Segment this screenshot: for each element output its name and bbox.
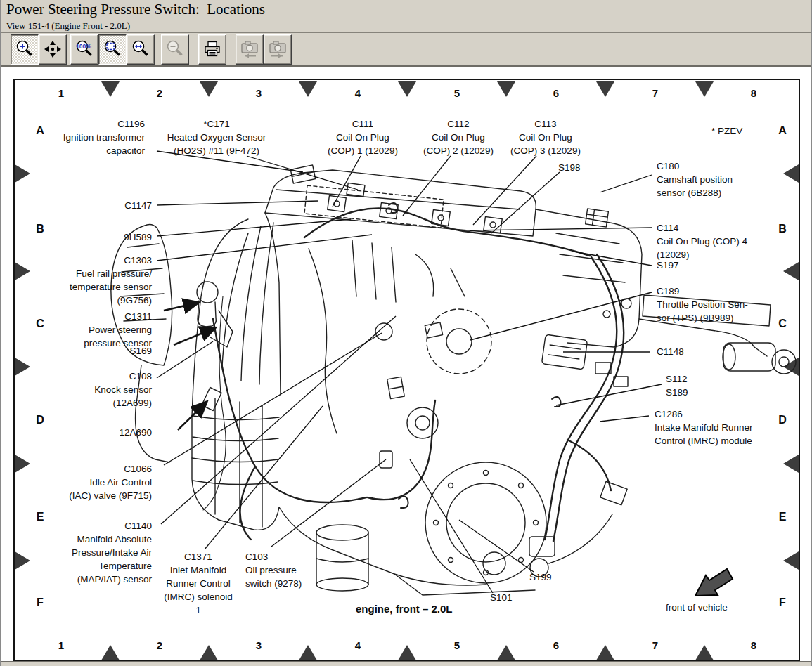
label-c180: C180 Camshaft position sensor (6B288) (657, 159, 733, 200)
diagram-canvas[interactable]: 1 2 3 4 5 6 7 8 1 2 3 4 5 6 7 8 A B C D … (1, 65, 812, 661)
grid-col-bottom-1: 1 (51, 639, 72, 651)
grid-col-bottom-7: 7 (645, 639, 666, 651)
header: Power Steering Pressure Switch: Location… (1, 0, 811, 32)
zoom-width-icon (131, 39, 150, 59)
grid-col-top-5: 5 (446, 87, 468, 99)
zoom-in-icon (15, 39, 34, 59)
page-title: Power Steering Pressure Switch: Location… (6, 1, 265, 18)
label-c1147: C1147 (124, 199, 152, 212)
print-icon (202, 39, 222, 59)
grid-col-bottom-5: 5 (446, 639, 468, 651)
zoom-100-icon: 100% (75, 39, 94, 59)
camera-previous-icon (239, 39, 260, 60)
next-view-button[interactable] (264, 34, 292, 65)
label-c1196: C1196 Ignition transformer capacitor (63, 117, 145, 157)
grid-row-left-f: F (32, 596, 49, 609)
grid-row-right-f: F (774, 596, 791, 609)
grid-col-bottom-6: 6 (546, 639, 567, 651)
grid-col-top-3: 3 (248, 87, 269, 99)
grid-row-right-e: E (774, 511, 791, 523)
grid-col-bottom-8: 8 (743, 639, 764, 651)
grid-col-top-6: 6 (546, 87, 567, 99)
label-c112: C112 Coil On Plug (COP) 2 (12029) (414, 117, 503, 157)
grid-row-left-e: E (32, 511, 49, 523)
grid-row-left-c: C (32, 318, 49, 330)
view-subtitle: View 151-4 (Engine Front - 2.0L) (6, 20, 130, 32)
label-c114: C114 Coil On Plug (COP) 4 (12029) (657, 221, 747, 261)
label-s169: S169 (129, 344, 152, 358)
grid-col-top-7: 7 (645, 87, 666, 99)
label-c171: *C171 Heated Oxygen Sensor (HO2S) #11 (9… (158, 117, 275, 157)
front-of-vehicle-arrow (695, 569, 733, 596)
toolbar: 100% (1, 32, 811, 65)
grid-col-bottom-2: 2 (149, 639, 170, 651)
grid-row-left-a: A (32, 124, 49, 137)
zoom-100-button[interactable]: 100% (70, 34, 98, 65)
grid-col-top-2: 2 (149, 87, 170, 99)
label-9h589: 9H589 (124, 230, 152, 244)
app-window: Power Steering Pressure Switch: Location… (0, 0, 812, 666)
grid-row-right-a: A (774, 124, 791, 137)
label-s198: S198 (558, 161, 581, 174)
zoom-out-icon (165, 39, 185, 59)
camera-next-icon (267, 39, 288, 60)
previous-view-button[interactable] (236, 34, 264, 65)
label-pzev-note: * PZEV (711, 124, 742, 138)
label-s199: S199 (529, 570, 552, 584)
label-c1286: C1286 Intake Manifold Runner Control (IM… (655, 407, 753, 448)
zoom-fit-button[interactable] (98, 34, 127, 65)
grid-col-bottom-4: 4 (347, 639, 368, 651)
grid-col-top-1: 1 (51, 87, 72, 99)
label-s197: S197 (657, 259, 679, 272)
label-s112-s189: S112 S189 (666, 372, 688, 399)
label-c103: C103 Oil pressure switch (9278) (245, 550, 302, 590)
grid-row-left-d: D (32, 414, 49, 426)
label-c113: C113 Coil On Plug (COP) 3 (12029) (501, 117, 590, 157)
svg-text:100%: 100% (76, 43, 91, 50)
label-c1066: C1066 Idle Air Control (IAC) valve (9F71… (69, 462, 152, 502)
zoom-width-button[interactable] (127, 34, 155, 65)
grid-col-bottom-3: 3 (248, 639, 269, 651)
pan-icon (43, 39, 63, 59)
label-c1371: C1371 Inlet Manifold Runner Control (IMR… (161, 550, 236, 617)
label-c1303: C1303 Fuel rail pressure/ temperature se… (70, 254, 152, 307)
zoom-fit-icon (103, 39, 122, 59)
label-c111: C111 Coil On Plug (COP) 1 (12029) (318, 117, 407, 157)
label-c1148: C1148 (657, 345, 684, 358)
figure-caption: engine, front – 2.0L (356, 603, 453, 615)
grid-row-left-b: B (32, 223, 49, 235)
print-button[interactable] (198, 34, 226, 65)
label-c189: C189 Throttle Position Sen- sor (TPS) (9… (657, 285, 748, 325)
zoom-out-button[interactable] (161, 34, 189, 65)
label-c108: C108 Knock sensor (12A699) (94, 370, 152, 410)
grid-col-top-8: 8 (743, 87, 764, 99)
label-12a690: 12A690 (119, 426, 152, 439)
front-of-vehicle-label: front of vehicle (666, 601, 728, 614)
pan-button[interactable] (39, 34, 67, 65)
label-s101: S101 (490, 591, 513, 604)
grid-row-right-c: C (774, 318, 791, 330)
grid-col-top-4: 4 (347, 87, 368, 99)
zoom-in-button[interactable] (11, 34, 39, 65)
label-c1140: C1140 Manifold Absolute Pressure/Intake … (72, 519, 152, 586)
grid-row-right-b: B (774, 223, 791, 235)
grid-row-right-d: D (774, 414, 791, 426)
bottom-edge-strip (1, 661, 811, 666)
